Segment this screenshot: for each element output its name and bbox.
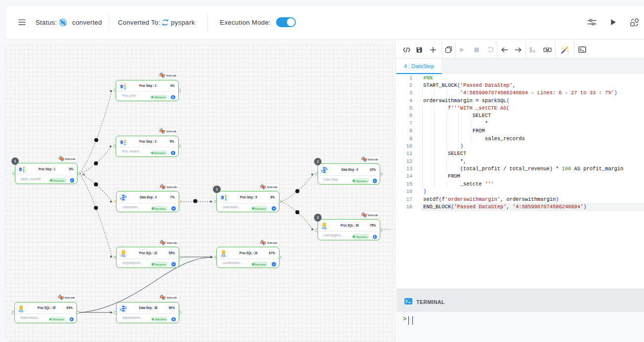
svg-text:SQL: SQL <box>19 309 24 312</box>
svg-text:SQL: SQL <box>121 254 125 257</box>
svg-text:SQL: SQL <box>322 227 327 229</box>
svg-text:SQL: SQL <box>221 254 226 257</box>
